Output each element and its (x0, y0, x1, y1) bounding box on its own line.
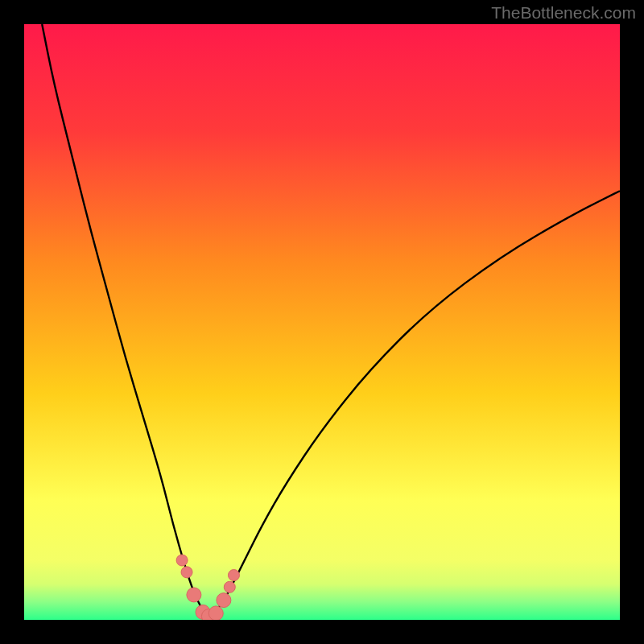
chart-svg (24, 24, 620, 620)
marker-dot (224, 581, 235, 592)
marker-dot (208, 606, 223, 620)
chart-frame: TheBottleneck.com (0, 0, 644, 644)
marker-dot (228, 570, 239, 581)
marker-dot (176, 555, 188, 566)
gradient-background (24, 24, 620, 620)
marker-dot (217, 593, 231, 608)
plot-area (24, 24, 620, 620)
marker-dot (187, 588, 201, 602)
watermark-text: TheBottleneck.com (491, 3, 636, 23)
marker-dot (181, 567, 192, 578)
